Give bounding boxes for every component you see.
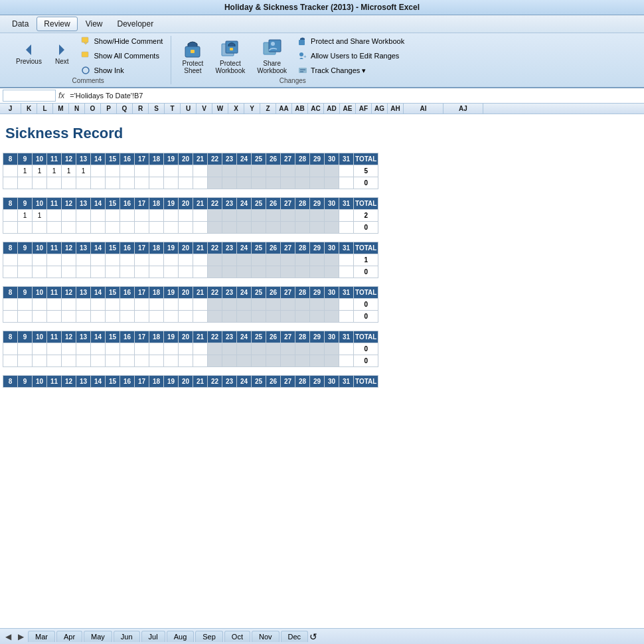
protect-sheet-button[interactable]: Protect Sheet	[178, 36, 207, 76]
svg-rect-17	[299, 68, 307, 73]
tab-add[interactable]: ↺	[309, 631, 317, 642]
h1-16[interactable]: 16	[120, 153, 135, 165]
h1-8[interactable]: 8	[3, 153, 18, 165]
col-header-n[interactable]: N	[69, 104, 85, 114]
col-header-af[interactable]: AF	[356, 104, 372, 114]
tab-jun[interactable]: Jun	[114, 631, 140, 642]
h1-10[interactable]: 10	[33, 153, 47, 165]
col-header-t[interactable]: T	[165, 104, 181, 114]
col-header-u[interactable]: U	[181, 104, 197, 114]
col-header-x[interactable]: X	[228, 104, 244, 114]
protect-workbook-label: Protect Workbook	[215, 60, 245, 74]
col-header-p[interactable]: P	[101, 104, 117, 114]
h1-14[interactable]: 14	[91, 153, 106, 165]
data-row-5-1: 0	[3, 343, 378, 355]
data-row-4-2: 0	[3, 311, 378, 323]
tab-aug[interactable]: Aug	[167, 631, 195, 642]
data-row-5-2: 0	[3, 355, 378, 367]
tab-scroll-right[interactable]: ▶	[15, 632, 27, 641]
col-header-v[interactable]: V	[197, 104, 212, 114]
col-header-w[interactable]: W	[212, 104, 228, 114]
h1-26[interactable]: 26	[266, 153, 281, 165]
col-header-z[interactable]: Z	[260, 104, 276, 114]
col-header-r[interactable]: R	[133, 104, 149, 114]
svg-text:+: +	[303, 54, 307, 60]
h1-24[interactable]: 24	[237, 153, 252, 165]
menu-view[interactable]: View	[79, 17, 110, 31]
col-header-l[interactable]: L	[37, 104, 53, 114]
col-header-o[interactable]: O	[85, 104, 101, 114]
h1-22[interactable]: 22	[208, 153, 222, 165]
svg-point-5	[82, 67, 89, 74]
col-header-s[interactable]: S	[149, 104, 165, 114]
next-icon	[55, 43, 68, 56]
track-changes-label: Track Changes ▾	[311, 66, 366, 75]
col-header-ab[interactable]: AB	[292, 104, 308, 114]
tab-sep[interactable]: Sep	[195, 631, 223, 642]
allow-users-button[interactable]: + Allow Users to Edit Ranges	[295, 49, 407, 62]
col-header-ad[interactable]: AD	[324, 104, 340, 114]
col-header-aa[interactable]: AA	[276, 104, 292, 114]
tab-oct[interactable]: Oct	[224, 631, 250, 642]
name-box[interactable]	[3, 90, 56, 102]
h1-17[interactable]: 17	[135, 153, 149, 165]
col-header-q[interactable]: Q	[117, 104, 133, 114]
next-button[interactable]: Next	[50, 36, 74, 72]
svg-rect-2	[82, 37, 88, 42]
h1-23[interactable]: 23	[222, 153, 237, 165]
h1-29[interactable]: 29	[310, 153, 325, 165]
h1-18[interactable]: 18	[149, 153, 164, 165]
h1-11[interactable]: 11	[47, 153, 62, 165]
h1-19[interactable]: 19	[164, 153, 179, 165]
col-header-j[interactable]: J	[0, 104, 21, 114]
menu-data[interactable]: Data	[5, 17, 35, 31]
col-header-ag[interactable]: AG	[372, 104, 388, 114]
show-ink-icon	[80, 65, 91, 76]
formula-input[interactable]	[70, 92, 641, 100]
col-header-m[interactable]: M	[53, 104, 69, 114]
tab-may[interactable]: May	[84, 631, 112, 642]
share-workbook-button[interactable]: Share Workbook	[253, 36, 291, 76]
h1-12[interactable]: 12	[62, 153, 76, 165]
menu-review[interactable]: Review	[37, 17, 77, 31]
h1-20[interactable]: 20	[179, 153, 193, 165]
tab-scroll-left[interactable]: ◀	[3, 632, 14, 641]
col-header-ae[interactable]: AE	[340, 104, 356, 114]
h1-9[interactable]: 9	[18, 153, 33, 165]
tab-dec[interactable]: Dec	[281, 631, 309, 642]
col-header-ai[interactable]: AI	[404, 104, 443, 114]
header-row-1: 8 9 10 11 12 13 14 15 16 17 18 19 20 21 …	[3, 153, 378, 165]
h1-31[interactable]: 31	[339, 153, 354, 165]
h1-21[interactable]: 21	[193, 153, 208, 165]
h1-30[interactable]: 30	[325, 153, 339, 165]
previous-button[interactable]: Previous	[11, 36, 47, 72]
data-row-1-2: 0	[3, 177, 378, 189]
col-header-y[interactable]: Y	[244, 104, 260, 114]
show-all-comments-button[interactable]: Show All Comments	[78, 49, 165, 62]
menu-developer[interactable]: Developer	[111, 17, 161, 31]
col-header-ah[interactable]: AH	[388, 104, 404, 114]
svg-rect-14	[299, 40, 305, 45]
protect-sheet-label: Protect Sheet	[183, 60, 204, 74]
tab-jul[interactable]: Jul	[141, 631, 165, 642]
show-hide-comment-button[interactable]: Show/Hide Comment	[78, 35, 165, 48]
col-header-aj[interactable]: AJ	[443, 104, 483, 114]
track-changes-button[interactable]: Track Changes ▾	[295, 64, 407, 77]
tab-nov[interactable]: Nov	[252, 631, 280, 642]
tab-mar[interactable]: Mar	[28, 631, 55, 642]
header-row-4: 8910111213141516171819202122232425262728…	[3, 287, 378, 299]
h1-25[interactable]: 25	[252, 153, 266, 165]
tab-apr[interactable]: Apr	[56, 631, 82, 642]
col-header-ac[interactable]: AC	[308, 104, 324, 114]
protect-workbook-button[interactable]: Protect Workbook	[211, 36, 249, 76]
svg-rect-10	[230, 48, 233, 50]
h1-27[interactable]: 27	[281, 153, 295, 165]
show-ink-button[interactable]: Show Ink	[78, 64, 165, 77]
h1-15[interactable]: 15	[106, 153, 120, 165]
data-row-3-1: 1	[3, 254, 378, 266]
protect-and-share-button[interactable]: Protect and Share Workbook	[295, 35, 407, 48]
col-header-k[interactable]: K	[21, 104, 37, 114]
h1-28[interactable]: 28	[295, 153, 310, 165]
track-changes-icon	[297, 65, 308, 76]
h1-13[interactable]: 13	[76, 153, 91, 165]
